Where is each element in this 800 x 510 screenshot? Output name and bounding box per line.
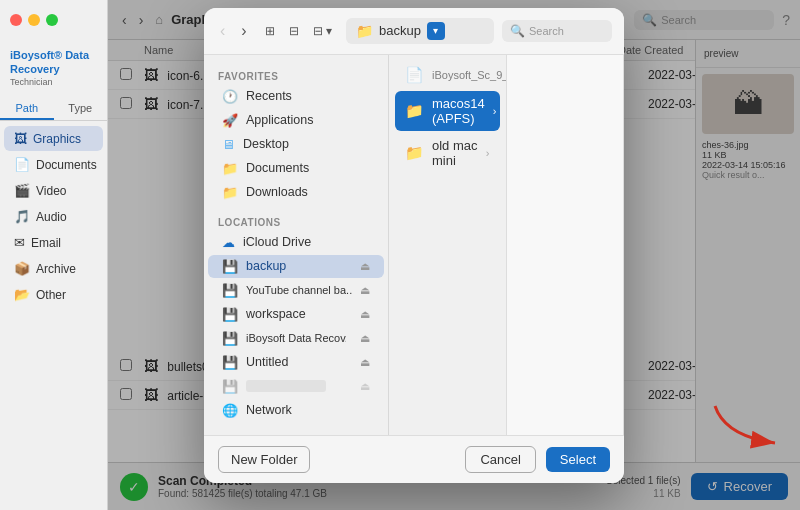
dialog-body: Favorites 🕐 Recents 🚀 Applications 🖥 <box>204 55 624 435</box>
locations-label: Locations <box>204 213 388 230</box>
network-icon: 🌐 <box>222 403 238 418</box>
dialog-list-btn[interactable]: ⊟ <box>283 21 305 41</box>
dialog-sub-panel <box>507 55 625 435</box>
sidebar-backup[interactable]: 💾 backup ⏏ <box>208 255 384 278</box>
dialog-view-btns: ⊞ ⊟ ⊟ ▾ <box>259 21 338 41</box>
app-title: iBoysoft® Data Recovery <box>10 48 97 77</box>
sidebar-documents[interactable]: 📁 Documents <box>208 157 384 180</box>
eject-icon[interactable]: ⏏ <box>360 356 370 369</box>
drive-icon: 💾 <box>222 283 238 298</box>
sidebar-item-other[interactable]: 📂 Other <box>4 282 103 307</box>
arrow-icon: › <box>493 105 497 117</box>
dialog-search[interactable]: 🔍 Search <box>502 20 612 42</box>
recents-icon: 🕐 <box>222 89 238 104</box>
sidebar-item-label: Audio <box>36 210 67 224</box>
downloads-icon: 📁 <box>222 185 238 200</box>
dialog-loc-chevron[interactable]: ▾ <box>427 22 445 40</box>
minimize-dot[interactable] <box>28 14 40 26</box>
dialog-file-item-macos[interactable]: 📁 macos14 (APFS) › <box>395 91 500 131</box>
audio-icon: 🎵 <box>14 209 30 224</box>
archive-icon: 📦 <box>14 261 30 276</box>
dialog-forward-btn[interactable]: › <box>237 20 250 42</box>
dialog-grid-btn[interactable]: ⊞ <box>259 21 281 41</box>
select-button[interactable]: Select <box>546 447 610 472</box>
dialog-location-bar[interactable]: 📁 backup ▾ <box>346 18 494 44</box>
dialog-file-item[interactable]: 📄 iBoysoft_Sc_9_49_34.lbsr <box>389 61 506 89</box>
sidebar-youtube[interactable]: 💾 YouTube channel ba... ⏏ <box>208 279 384 302</box>
sidebar-item-graphics[interactable]: 🖼 Graphics <box>4 126 103 151</box>
dialog-location-label: backup <box>379 23 421 38</box>
tab-type[interactable]: Type <box>54 98 108 120</box>
sidebar-item-label: Graphics <box>33 132 81 146</box>
icloud-icon: ☁ <box>222 235 235 250</box>
locations-section: Locations ☁ iCloud Drive 💾 backup ⏏ <box>204 209 388 427</box>
sidebar-item-label: Documents <box>246 161 309 175</box>
dialog-footer: New Folder Cancel Select <box>204 435 624 483</box>
eject-icon[interactable]: ⏏ <box>360 380 370 393</box>
eject-icon[interactable]: ⏏ <box>360 284 370 297</box>
documents-icon: 📄 <box>14 157 30 172</box>
sidebar-item-label: Other <box>36 288 66 302</box>
sidebar-item-video[interactable]: 🎬 Video <box>4 178 103 203</box>
sidebar-downloads[interactable]: 📁 Downloads <box>208 181 384 204</box>
arrow-icon: › <box>486 147 490 159</box>
sidebar-item-label: iCloud Drive <box>243 235 311 249</box>
sidebar-item-audio[interactable]: 🎵 Audio <box>4 204 103 229</box>
sidebar-item-label: Downloads <box>246 185 308 199</box>
sidebar-item-label: Email <box>31 236 61 250</box>
sidebar-item-label: Applications <box>246 113 313 127</box>
eject-icon[interactable]: ⏏ <box>360 332 370 345</box>
drive-icon: 💾 <box>222 307 238 322</box>
applications-icon: 🚀 <box>222 113 238 128</box>
tab-path[interactable]: Path <box>0 98 54 120</box>
cancel-button[interactable]: Cancel <box>465 446 535 473</box>
sidebar-item-documents[interactable]: 📄 Documents <box>4 152 103 177</box>
sidebar-item-label: Untitled <box>246 355 288 369</box>
sidebar-network[interactable]: 🌐 Network <box>208 399 384 422</box>
app-logo: iBoysoft® Data Recovery Technician <box>0 40 107 92</box>
sidebar-item-email[interactable]: ✉ Email <box>4 230 103 255</box>
dialog-search-placeholder: Search <box>529 25 564 37</box>
drive-icon: 💾 <box>222 331 238 346</box>
folder-icon: 📁 <box>405 102 424 120</box>
sidebar-item-label: Desktop <box>243 137 289 151</box>
dialog-back-btn[interactable]: ‹ <box>216 20 229 42</box>
sidebar-workspace[interactable]: 💾 workspace ⏏ <box>208 303 384 326</box>
sidebar-applications[interactable]: 🚀 Applications <box>208 109 384 132</box>
dialog-toolbar: ‹ › ⊞ ⊟ ⊟ ▾ 📁 backup ▾ 🔍 Search <box>204 8 624 55</box>
file-label: iBoysoft_Sc_9_49_34.lbsr <box>432 69 507 81</box>
file-label: macos14 (APFS) <box>432 96 485 126</box>
dialog-search-icon: 🔍 <box>510 24 525 38</box>
sidebar-recents[interactable]: 🕐 Recents <box>208 85 384 108</box>
sidebar-item-label: workspace <box>246 307 306 321</box>
sidebar-blurred[interactable]: 💾 ⏏ <box>208 375 384 398</box>
dialog-cols-btn[interactable]: ⊟ ▾ <box>307 21 338 41</box>
sidebar-item-label: Recents <box>246 89 292 103</box>
drive-icon: 💾 <box>222 259 238 274</box>
close-dot[interactable] <box>10 14 22 26</box>
arrow-svg <box>710 401 790 451</box>
email-icon: ✉ <box>14 235 25 250</box>
eject-icon[interactable]: ⏏ <box>360 308 370 321</box>
doc-icon: 📄 <box>405 66 424 84</box>
app-edition: Technician <box>10 77 97 89</box>
eject-icon[interactable]: ⏏ <box>360 260 370 273</box>
favorites-section: Favorites 🕐 Recents 🚀 Applications 🖥 <box>204 63 388 209</box>
sidebar-desktop[interactable]: 🖥 Desktop <box>208 133 384 156</box>
sidebar-item-archive[interactable]: 📦 Archive <box>4 256 103 281</box>
dialog-overlay: ‹ › ⊞ ⊟ ⊟ ▾ 📁 backup ▾ 🔍 Search <box>108 0 800 510</box>
dialog-file-item-oldmac[interactable]: 📁 old mac mini › <box>389 133 506 173</box>
dialog-file-list: 📄 iBoysoft_Sc_9_49_34.lbsr 📁 macos14 (AP… <box>389 55 507 435</box>
save-dialog: ‹ › ⊞ ⊟ ⊟ ▾ 📁 backup ▾ 🔍 Search <box>204 8 624 483</box>
sidebar-iboysoft[interactable]: 💾 iBoysoft Data Recov... ⏏ <box>208 327 384 350</box>
graphics-icon: 🖼 <box>14 131 27 146</box>
sidebar-item-label: Video <box>36 184 66 198</box>
dialog-folder-icon: 📁 <box>356 23 373 39</box>
app-sidebar: iBoysoft® Data Recovery Technician Path … <box>0 0 108 510</box>
title-bar <box>0 0 107 40</box>
new-folder-button[interactable]: New Folder <box>218 446 310 473</box>
sidebar-icloud[interactable]: ☁ iCloud Drive <box>208 231 384 254</box>
sidebar-item-label: backup <box>246 259 286 273</box>
maximize-dot[interactable] <box>46 14 58 26</box>
sidebar-untitled[interactable]: 💾 Untitled ⏏ <box>208 351 384 374</box>
